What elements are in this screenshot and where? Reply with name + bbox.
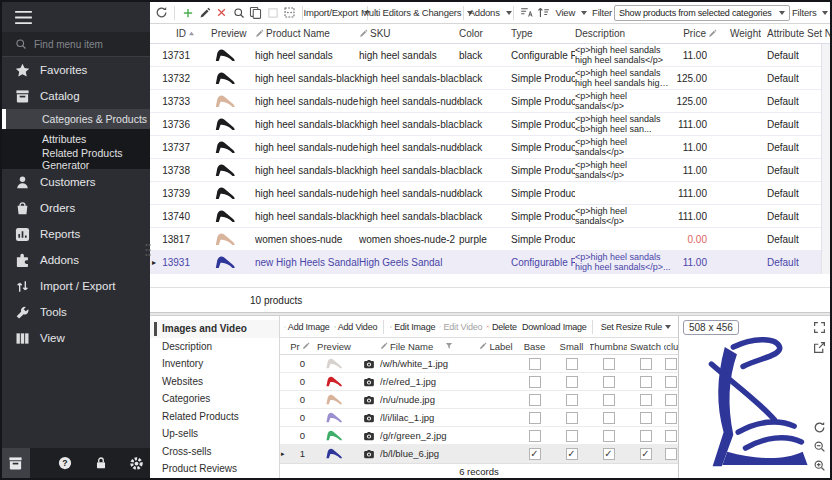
image-row[interactable]: 0 /r/e/red_1.jpg — [280, 373, 678, 391]
swatch-checkbox[interactable] — [640, 412, 652, 424]
lock-button[interactable] — [87, 448, 115, 478]
column-header-color[interactable]: Color — [459, 28, 511, 39]
set-resize-rule-button[interactable]: Set Resize Rule — [598, 318, 663, 336]
base-checkbox[interactable] — [529, 412, 541, 424]
detail-tab[interactable]: Product Reviews — [150, 460, 279, 478]
column-header-weight[interactable]: Weight — [721, 28, 761, 39]
product-row[interactable]: 13817 women shoes-nude women shoes-nude-… — [150, 228, 830, 251]
product-row[interactable]: 13736 high heel sandals-black-36 high he… — [150, 113, 830, 136]
view-dropdown[interactable]: View — [553, 4, 586, 22]
sidebar-item-orders[interactable]: Orders — [2, 195, 150, 221]
edit-image-button[interactable]: Edit Image — [389, 318, 436, 336]
small-checkbox[interactable] — [566, 358, 578, 370]
swatch-checkbox[interactable] — [640, 376, 652, 388]
exclude-checkbox[interactable] — [665, 394, 677, 406]
column-header-type[interactable]: Type — [511, 28, 575, 39]
product-row[interactable]: 13931 new High Heels Sandals High Geels … — [150, 251, 830, 274]
sidebar-item-addons[interactable]: Addons — [2, 247, 150, 273]
column-header-thumbnail[interactable]: Thumbna — [590, 341, 627, 352]
sidebar-item-view[interactable]: View — [2, 325, 150, 351]
detail-tab[interactable]: Categories — [150, 390, 279, 408]
exclude-checkbox[interactable] — [665, 358, 677, 370]
column-header-preview[interactable]: Preview — [197, 28, 255, 39]
refresh-button[interactable] — [154, 4, 169, 22]
rotate-icon[interactable] — [813, 421, 826, 434]
product-row[interactable]: 13738 high heel sandals-black-37 high he… — [150, 159, 830, 182]
small-checkbox[interactable] — [566, 376, 578, 388]
zoom-out-icon[interactable] — [813, 440, 826, 453]
base-checkbox[interactable]: ✓ — [529, 448, 541, 460]
download-image-button[interactable]: Download Image — [520, 318, 587, 336]
thumbnail-checkbox[interactable] — [603, 430, 615, 442]
add-video-button[interactable]: Add Video — [333, 318, 379, 336]
base-checkbox[interactable] — [529, 394, 541, 406]
column-header-label[interactable]: Label — [476, 341, 516, 352]
menu-search-input[interactable]: Find menu item — [2, 32, 150, 57]
add-product-button[interactable] — [180, 4, 195, 22]
column-header-swatch[interactable]: Swatch — [627, 341, 664, 352]
product-row[interactable]: 13731 high heel sandals high heel sandal… — [150, 44, 830, 67]
column-header-price[interactable]: Price — [675, 28, 721, 39]
open-external-icon[interactable] — [813, 341, 826, 354]
column-header-pr[interactable]: Pr — [290, 341, 310, 352]
column-header-exclude[interactable]: Exclude — [664, 341, 678, 352]
grid-vertical-scrollbar[interactable] — [821, 44, 830, 274]
thumbnail-checkbox[interactable] — [603, 412, 615, 424]
swatch-checkbox[interactable] — [640, 430, 652, 442]
column-header-preview[interactable]: Preview — [310, 341, 358, 352]
edit-video-button[interactable]: Edit Video — [438, 318, 483, 336]
detail-tab[interactable]: Related Products — [150, 408, 279, 426]
detail-tab[interactable]: Cross-sells — [150, 443, 279, 461]
sidebar-item-categories-products[interactable]: Categories & Products — [2, 109, 150, 129]
sidebar-item-favorites[interactable]: Favorites — [2, 57, 150, 83]
detail-tab[interactable]: Inventory — [150, 355, 279, 373]
product-row[interactable]: 13732 high heel sandals-black high heel … — [150, 67, 830, 90]
copy-button[interactable] — [248, 4, 263, 22]
product-row[interactable]: 13740 high heel sandals-black-38 high he… — [150, 205, 830, 228]
sidebar-item-import-export[interactable]: Import / Export — [2, 273, 150, 299]
base-checkbox[interactable] — [529, 430, 541, 442]
sidebar-item-catalog[interactable]: Catalog — [2, 83, 150, 109]
sidebar-item-attributes[interactable]: Attributes — [2, 129, 150, 149]
column-header-product-name[interactable]: Product Name — [255, 28, 359, 39]
paste-special-button[interactable] — [282, 4, 297, 22]
thumbnail-checkbox[interactable] — [603, 376, 615, 388]
addons-dropdown[interactable]: Addons — [469, 4, 508, 22]
swatch-checkbox[interactable]: ✓ — [640, 448, 652, 460]
small-checkbox[interactable] — [566, 394, 578, 406]
base-checkbox[interactable] — [529, 358, 541, 370]
delete-product-button[interactable] — [214, 4, 229, 22]
zoom-in-icon[interactable] — [813, 459, 826, 472]
image-row[interactable]: 0 /l/i/lilac_1.jpg — [280, 409, 678, 427]
column-header-small[interactable]: Small — [553, 341, 590, 352]
image-row[interactable]: 1 /b/l/blue_6.jpg ✓ ✓ ✓ — [280, 445, 678, 463]
exclude-checkbox[interactable] — [665, 448, 677, 460]
product-row[interactable]: 13739 high heel sandals-nude-37 high hee… — [150, 182, 830, 205]
exclude-checkbox[interactable] — [665, 412, 677, 424]
exclude-checkbox[interactable] — [665, 376, 677, 388]
column-header-description[interactable]: Description — [575, 28, 675, 39]
image-row[interactable]: 0 /w/h/white_1.jpg — [280, 355, 678, 373]
sidebar-item-reports[interactable]: Reports — [2, 221, 150, 247]
detail-tab[interactable]: Up-sells — [150, 425, 279, 443]
detail-tab[interactable]: Description — [150, 338, 279, 356]
sort-order-button[interactable] — [536, 4, 551, 22]
column-header-file-name[interactable]: File Name — [380, 341, 476, 352]
product-row[interactable]: 13733 high heel sandals-nude high heel s… — [150, 90, 830, 113]
multi-editors-dropdown[interactable]: Multi Editors & Changers — [373, 4, 458, 22]
help-button[interactable] — [52, 448, 80, 478]
swatch-checkbox[interactable] — [640, 358, 652, 370]
small-checkbox[interactable] — [566, 412, 578, 424]
delete-image-button[interactable]: Delete — [485, 318, 517, 336]
fullscreen-icon[interactable] — [813, 321, 826, 334]
checkbox-tool-button[interactable] — [265, 4, 280, 22]
category-filter-select[interactable]: Show products from selected categories — [614, 5, 789, 21]
edit-product-button[interactable] — [197, 4, 212, 22]
product-row[interactable]: 13737 high heel sandals-nude-36 high hee… — [150, 136, 830, 159]
small-checkbox[interactable] — [566, 430, 578, 442]
thumbnail-checkbox[interactable]: ✓ — [603, 448, 615, 460]
menu-toggle-button[interactable] — [2, 2, 150, 32]
sidebar-item-related-products-generator[interactable]: Related Products Generator — [2, 149, 150, 169]
import-export-dropdown[interactable]: Import/Export — [308, 4, 362, 22]
add-image-button[interactable]: Add Image — [283, 318, 331, 336]
